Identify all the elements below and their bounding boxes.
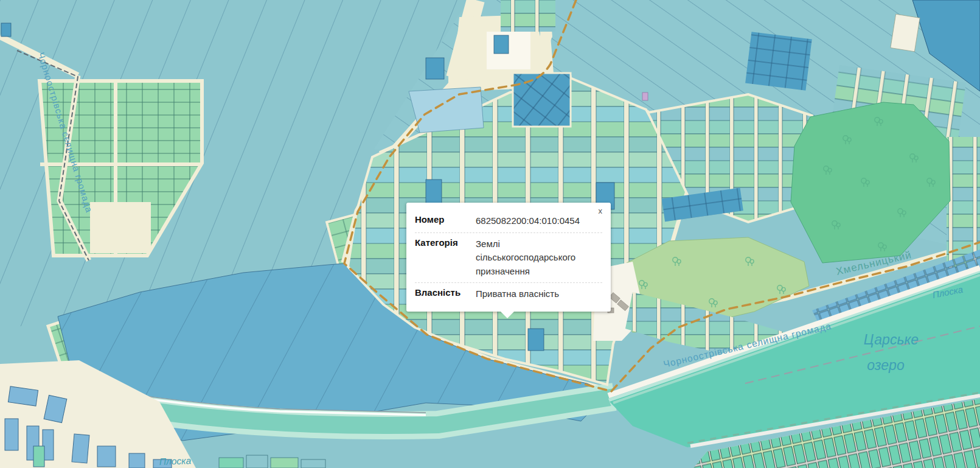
popup-row-ownership: Власність Приватна власність xyxy=(415,282,602,306)
parcel-info-popup: x Номер 6825082200:04:010:0454 Категорія… xyxy=(406,203,611,312)
blue-parcel-block-north[interactable] xyxy=(513,73,571,127)
popup-rows: Номер 6825082200:04:010:0454 Категорія З… xyxy=(415,210,602,306)
road-patch xyxy=(90,202,151,253)
field-label-ownership: Власність xyxy=(415,287,468,301)
white-parcel[interactable] xyxy=(891,14,920,52)
light-blue-parcel[interactable] xyxy=(409,87,484,133)
popup-arrow xyxy=(501,312,514,318)
label-river-west: Плоска xyxy=(159,455,192,467)
label-lake-line1: Царське xyxy=(864,332,919,348)
map-viewport[interactable]: Чорноострівська селищна громада Чорноост… xyxy=(0,0,980,468)
field-label-category: Категорія xyxy=(415,237,468,279)
popup-close-button[interactable]: x xyxy=(596,206,605,216)
popup-row-category: Категорія Землі сільськогосподарського п… xyxy=(415,232,602,283)
small-grid-north[interactable] xyxy=(501,0,555,32)
field-value-ownership: Приватна власність xyxy=(476,287,602,301)
field-value-number: 6825082200:04:010:0454 xyxy=(476,214,602,228)
popup-row-number: Номер 6825082200:04:010:0454 xyxy=(415,210,602,232)
field-label-number: Номер xyxy=(415,214,468,228)
blue-parcels-northeast[interactable] xyxy=(745,32,812,91)
field-value-category: Землі сільськогосподарського призначення xyxy=(476,237,602,279)
label-lake-line2: озеро xyxy=(867,357,905,373)
